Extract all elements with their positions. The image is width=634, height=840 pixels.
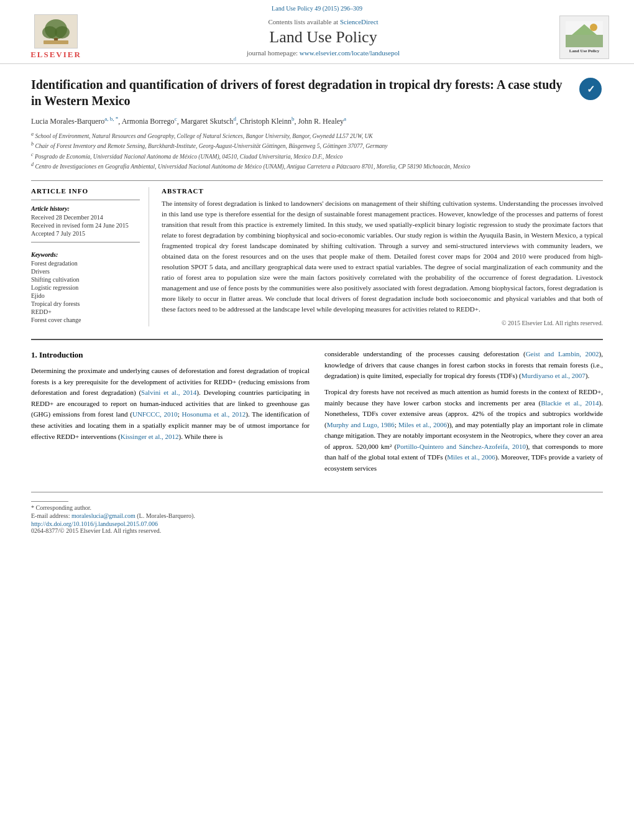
sciencedirect-link[interactable]: ScienceDirect [340,18,379,25]
body-section: 1. Introduction Determining the proximat… [31,339,603,479]
svg-text:✓: ✓ [587,84,595,95]
keyword-7: REDD+ [31,308,140,315]
contents-text: Contents lists available at [268,18,338,25]
ref-murdiyarso[interactable]: Murdiyarso et al., 2007 [521,372,586,379]
ref-blackie[interactable]: Blackie et al., 2014 [541,399,599,407]
elsevier-tree-image [34,14,78,48]
article-title-section: Identification and quantification of dri… [31,76,603,109]
article-info-col: ARTICLE INFO Article history: Received 2… [31,187,149,327]
affiliations: a School of Environment, Natural Resourc… [31,131,603,172]
email-suffix: (L. Morales-Barquero). [137,512,195,519]
elsevier-text: ELSEVIER [30,50,81,60]
crossmark-icon: ✓ [579,78,602,100]
homepage-line: journal homepage: www.elsevier.com/locat… [87,49,559,57]
body-col-left: 1. Introduction Determining the proximat… [31,349,310,479]
divider [31,200,140,200]
body-col-right: considerable understanding of the proces… [324,349,603,479]
contents-line: Contents lists available at ScienceDirec… [87,18,559,25]
ref-unfccc[interactable]: UNFCCC, 2010 [132,410,178,418]
history-label: Article history: [31,205,140,212]
keyword-5: Ejido [31,292,140,299]
section-heading: 1. Introduction [31,349,310,362]
abstract-text: The intensity of forest degradation is l… [162,198,603,315]
article-info-label: ARTICLE INFO [31,187,140,195]
journal-header: Land Use Policy 49 (2015) 296–309 [0,0,634,64]
keyword-2: Drivers [31,268,140,275]
affiliation-c: c Posgrado de Economía, Universidad Naci… [31,151,603,161]
email-line: E-mail address: moraleslucia@gmail.com (… [31,512,603,519]
ref-kissinger[interactable]: Kissinger et al., 2012 [121,433,179,440]
keyword-3: Shifting cultivation [31,276,140,283]
ref-miles2[interactable]: Miles et al., 2006 [447,453,495,461]
accepted-date: Accepted 7 July 2015 [31,230,140,237]
keyword-8: Forest cover change [31,316,140,323]
keyword-1: Forest degradation [31,260,140,267]
affiliation-a: a School of Environment, Natural Resourc… [31,131,603,141]
copyright-line: © 2015 Elsevier Ltd. All rights reserved… [162,320,603,326]
ref-geist[interactable]: Geist and Lambin, 2002 [526,350,599,358]
affiliation-b: b Chair of Forest Inventory and Remote S… [31,141,603,150]
logo-label: Land Use Policy [569,48,600,53]
article-title: Identification and quantification of dri… [31,76,572,109]
ref-hosonuma[interactable]: Hosonuma et al., 2012 [182,410,246,418]
journal-name: Land Use Policy [87,28,559,47]
ref-miles[interactable]: Miles et al., 2006 [398,421,447,428]
doi-line: Land Use Policy 49 (2015) 296–309 [272,5,362,12]
land-use-policy-logo: Land Use Policy [559,16,609,59]
body-para-right-1: considerable understanding of the proces… [324,349,603,382]
elsevier-logo: ELSEVIER [25,14,87,60]
received-revised-date: Received in revised form 24 June 2015 [31,222,140,229]
ref-murphy[interactable]: Murphy and Lugo, 1986 [327,421,395,428]
abstract-label: ABSTRACT [162,187,603,195]
divider2 [31,242,140,242]
footer-hr [31,501,68,502]
body-two-col: 1. Introduction Determining the proximat… [31,349,603,479]
footer-rights: 0264-8377/© 2015 Elsevier Ltd. All right… [31,527,603,534]
article-info-abstract: ARTICLE INFO Article history: Received 2… [31,180,603,327]
ref-salvini[interactable]: Salvini et al., 2014 [141,389,196,396]
page: Land Use Policy 49 (2015) 296–309 [0,0,634,840]
article-footer: * Corresponding author. E-mail address: … [31,492,603,534]
crossmark: ✓ [578,76,603,101]
homepage-label: journal homepage: [247,49,298,57]
body-para-1: Determining the proximate and underlying… [31,366,310,442]
footer-email[interactable]: moraleslucia@gmail.com [71,512,136,519]
ref-portillo[interactable]: Portillo-Quintero and Sánchez-Azofeifa, … [397,443,526,450]
abstract-col: ABSTRACT The intensity of forest degrada… [162,187,603,327]
keywords-label: Keywords: [31,251,140,258]
received-date: Received 28 December 2014 [31,214,140,221]
svg-point-9 [590,24,597,31]
homepage-url[interactable]: www.elsevier.com/locate/landusepol [300,49,400,57]
corresponding-note: * Corresponding author. [31,504,603,511]
footer-doi[interactable]: http://dx.doi.org/10.1016/j.landusepol.2… [31,520,603,527]
affiliation-d: d Centro de Investigaciones en Geografía… [31,161,603,171]
journal-center: Contents lists available at ScienceDirec… [87,18,559,57]
keyword-4: Logistic regression [31,284,140,291]
email-label: E-mail address: [31,512,70,519]
authors-line: Lucia Morales-Barqueroa, b, *, Armonia B… [31,115,603,127]
svg-rect-7 [566,35,603,47]
keyword-6: Tropical dry forests [31,300,140,307]
journal-title-row: ELSEVIER Contents lists available at Sci… [25,14,609,60]
svg-point-3 [55,26,70,39]
svg-rect-5 [44,40,68,44]
body-para-right-2: Tropical dry forests have not received a… [324,387,603,474]
article-content: Identification and quantification of dri… [0,64,634,547]
